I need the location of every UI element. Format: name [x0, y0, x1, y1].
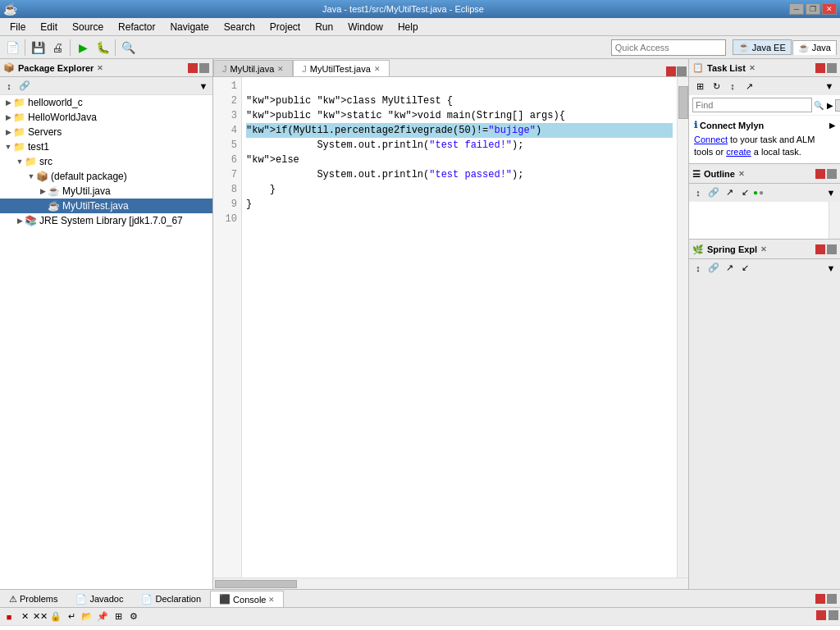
tab-myutil[interactable]: J MyUtil.java ✕	[213, 60, 293, 76]
outline-scrollbar[interactable]	[829, 202, 840, 239]
console-close[interactable]: ✕	[268, 596, 275, 604]
menu-item-edit[interactable]: Edit	[34, 20, 64, 34]
panel-minimize-button[interactable]	[188, 63, 198, 73]
restore-button[interactable]: ❐	[806, 3, 820, 15]
save-button[interactable]: 💾	[29, 39, 47, 57]
spring-btn-1[interactable]: ↕	[691, 261, 705, 276]
tree-item[interactable]: ▼ 📦 (default package)	[0, 169, 212, 184]
task-btn-2[interactable]: ↻	[709, 79, 724, 94]
menu-item-file[interactable]: File	[3, 20, 32, 34]
menu-item-run[interactable]: Run	[308, 20, 340, 34]
spring-maximize[interactable]	[827, 244, 837, 254]
editor-minimize-button[interactable]	[666, 66, 676, 76]
print-button[interactable]: 🖨	[48, 39, 66, 57]
tree-item[interactable]: ▶ 📁 HelloWorldJava	[0, 110, 212, 125]
spring-btn-3[interactable]: ↗	[722, 261, 737, 276]
console-terminate[interactable]: ■	[2, 609, 16, 624]
task-list-minimize[interactable]	[815, 63, 825, 73]
tree-item[interactable]: ▶ 📁 helloworld_c	[0, 95, 212, 110]
h-scroll-thumb[interactable]	[215, 580, 297, 588]
tree-item[interactable]: ☕ MyUtilTest.java	[0, 199, 212, 213]
tree-item[interactable]: ▼ 📁 src	[0, 154, 212, 169]
outline-btn-3[interactable]: ↗	[722, 185, 737, 200]
filter-all-button[interactable]: All	[835, 99, 840, 112]
task-btn-4[interactable]: ↗	[742, 79, 756, 94]
console-word-wrap[interactable]: ↵	[64, 609, 79, 624]
code-line[interactable]	[246, 79, 673, 94]
console-maximize[interactable]	[829, 610, 838, 620]
menu-item-navigate[interactable]: Navigate	[163, 20, 215, 34]
spring-minimize[interactable]	[815, 244, 825, 254]
task-btn-1[interactable]: ⊞	[692, 79, 707, 94]
minimize-button[interactable]: ─	[789, 3, 804, 15]
menu-item-search[interactable]: Search	[217, 20, 262, 34]
panel-maximize-button[interactable]	[199, 63, 209, 73]
console-remove-all[interactable]: ✕✕	[33, 609, 48, 624]
link-editor-button[interactable]: 🔗	[17, 79, 32, 94]
tab-problems[interactable]: ⚠ Problems	[0, 591, 66, 607]
tab-myutiltest[interactable]: J MyUtilTest.java ✕	[293, 60, 389, 76]
menu-item-window[interactable]: Window	[341, 20, 390, 34]
code-line[interactable]: "kw">if(MyUtil.percentage2fivegrade(50)!…	[246, 123, 673, 138]
bottom-minimize[interactable]	[815, 594, 825, 604]
code-line[interactable]: }	[246, 182, 673, 197]
code-line[interactable]: }	[246, 197, 673, 212]
menu-item-help[interactable]: Help	[391, 20, 425, 34]
console-settings[interactable]: ⚙	[126, 609, 141, 624]
tab-declaration[interactable]: 📄 Declaration	[132, 591, 210, 607]
search-button[interactable]: 🔍	[119, 39, 137, 57]
java-perspective[interactable]: ☕ Java	[792, 40, 837, 55]
bottom-maximize[interactable]	[827, 594, 837, 604]
collapse-all-button[interactable]: ↕	[2, 79, 16, 94]
code-line[interactable]	[246, 212, 673, 226]
spring-btn-4[interactable]: ↙	[737, 261, 752, 276]
tree-item[interactable]: ▼ 📁 test1	[0, 139, 212, 154]
tab-myutil-close[interactable]: ✕	[277, 65, 284, 73]
view-menu-button[interactable]: ▼	[196, 79, 211, 94]
code-line[interactable]: "kw">public "kw">class MyUtilTest {	[246, 94, 673, 108]
vertical-scrollbar[interactable]	[677, 77, 688, 578]
task-menu-btn[interactable]: ▼	[822, 79, 837, 94]
outline-maximize[interactable]	[827, 169, 837, 179]
console-minimize[interactable]	[816, 610, 826, 620]
outline-btn-1[interactable]: ↕	[691, 185, 705, 200]
tree-item[interactable]: ▶ 📚 JRE System Library [jdk1.7.0_67	[0, 213, 212, 228]
connect-link[interactable]: Connect	[694, 135, 728, 144]
menu-item-refactor[interactable]: Refactor	[112, 20, 162, 34]
tree-item[interactable]: ▶ 📁 Servers	[0, 125, 212, 139]
tab-console[interactable]: ⬛ Console ✕	[210, 591, 284, 607]
task-btn-3[interactable]: ↕	[725, 79, 740, 94]
menu-item-project[interactable]: Project	[263, 20, 307, 34]
code-line[interactable]: System.out.println("test passed!");	[246, 167, 673, 182]
mylyn-expand[interactable]: ▶	[829, 121, 835, 130]
scroll-thumb[interactable]	[678, 86, 688, 119]
outline-btn-2[interactable]: 🔗	[706, 185, 721, 200]
console-pin[interactable]: 📌	[95, 609, 110, 624]
run-button[interactable]: ▶	[74, 39, 92, 57]
spring-btn-2[interactable]: 🔗	[706, 261, 721, 276]
console-scroll-lock[interactable]: 🔒	[48, 609, 63, 624]
code-content[interactable]: "kw">public "kw">class MyUtilTest { "kw"…	[242, 77, 677, 578]
spring-menu-btn[interactable]: ▼	[824, 261, 838, 276]
tab-javadoc[interactable]: 📄 Javadoc	[66, 591, 132, 607]
tree-item[interactable]: ▶ ☕ MyUtil.java	[0, 184, 212, 199]
debug-button[interactable]: 🐛	[94, 39, 112, 57]
new-button[interactable]: 📄	[3, 39, 21, 57]
console-new[interactable]: ⊞	[111, 609, 126, 624]
java-ee-perspective[interactable]: ☕ Java EE	[733, 39, 792, 55]
console-remove[interactable]: ✕	[17, 609, 32, 624]
code-line[interactable]: System.out.println("test failed!");	[246, 138, 673, 153]
console-open-file[interactable]: 📂	[80, 609, 94, 624]
editor-maximize-button[interactable]	[677, 66, 687, 76]
close-button[interactable]: ✕	[822, 3, 837, 15]
horizontal-scrollbar[interactable]	[213, 578, 688, 589]
outline-btn-4[interactable]: ↙	[737, 185, 752, 200]
find-input[interactable]	[692, 98, 812, 112]
quick-access-input[interactable]	[611, 39, 726, 56]
outline-minimize[interactable]	[815, 169, 825, 179]
tab-myutiltest-close[interactable]: ✕	[374, 65, 381, 73]
outline-menu-btn[interactable]: ▼	[824, 185, 838, 200]
create-link[interactable]: create	[726, 147, 751, 157]
menu-item-source[interactable]: Source	[66, 20, 110, 34]
code-line[interactable]: "kw">public "kw">static "kw">void main(S…	[246, 108, 673, 123]
